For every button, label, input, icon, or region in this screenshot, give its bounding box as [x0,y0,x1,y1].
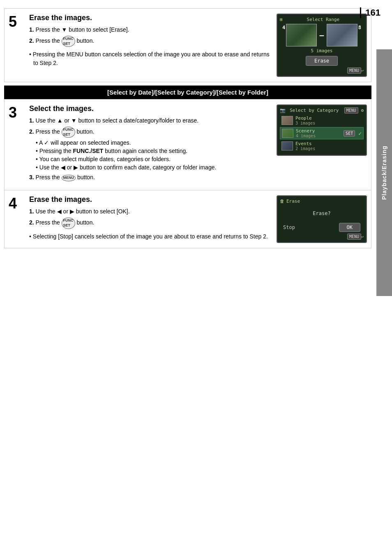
lcd-erase-button: Erase [306,56,338,66]
section-5-note: • Pressing the MENU button cancels selec… [29,50,272,67]
section-5-row: Erase the images. 1. Press the ▼ button … [29,14,367,77]
img-num-left: 4 [282,25,285,30]
cat-row-events: Events 2 images [280,140,364,152]
arrow-left-icon: ◀ [61,164,65,171]
select-range-header-text: Select Range [307,17,339,22]
cat-header-menu: MENU ⚙ [343,108,364,113]
section-4-step1: 1. Use the ◀ or ▶ button to select [OK]. [29,207,272,216]
section-4-step2: 2. Press the FUNCSET button. [29,217,272,229]
cat-gear-icon: ⚙ [361,108,364,113]
erase-confirm-buttons: Stop OK [280,223,364,232]
erase-confirm-header: 🗑 Erase [280,199,364,204]
arrow-down-icon2: ▼ [71,117,77,124]
section-4-title: Erase the images. [29,195,272,204]
section-3-body: Select the images. 1. Use the ▲ or ▼ but… [29,104,367,185]
section-3-bullet3: • You can select multiple dates, categor… [36,156,272,162]
arrow-up-icon: ▲ [57,117,63,124]
img-num-right: 8 [358,25,361,30]
menu-button-icon: MENU [62,175,76,181]
set-badge: SET [344,130,355,137]
erase-confirm-menu-bar: MENU ↩ [280,234,364,240]
step2-suffix: button. [77,37,95,44]
menu-back-icon: ↩ [361,68,364,73]
section-3-steps: 1. Use the ▲ or ▼ button to select a dat… [29,116,272,182]
section-5-container: 5 Erase the images. 1. Press the ▼ butto… [4,8,371,82]
section-3-bullet2: • Pressing the FUNC./SET button again ca… [36,148,272,154]
select-range-header: ⊞ Select Range [280,17,364,22]
section-4-note1: • Selecting [Stop] cancels selection of … [29,232,272,241]
cat-count-people: 3 images [295,121,362,125]
arrow-down-icon: ▼ [62,26,67,33]
section-5-body: Erase the images. 1. Press the ▼ button … [29,14,367,77]
sidebar-label: Playback/Erasing [376,49,392,296]
section-3-number: 3 [9,104,25,185]
section-4-container: 4 Erase the images. 1. Use the ◀ or ▶ bu… [4,190,371,248]
menu-tag: MENU [347,67,361,74]
cat-info-people: People 3 images [295,116,362,125]
section-3-title: Select the images. [29,104,272,113]
section-3-step1: 1. Use the ▲ or ▼ button to select a dat… [29,116,272,125]
erase-menu-tag: MENU [347,234,361,240]
erase-ok-button: OK [339,223,360,232]
section-3-text: Select the images. 1. Use the ▲ or ▼ but… [29,104,272,185]
section-5-text: Erase the images. 1. Press the ▼ button … [29,14,272,69]
section-3-container: 3 Select the images. 1. Use the ▲ or ▼ b… [4,99,371,190]
lcd-dash: – [318,31,325,39]
func-set-button-icon3: FUNCSET [62,217,75,229]
cat-info-scenery: Scenery 4 images [296,128,341,138]
cat-thumb-scenery [282,129,293,138]
lcd-menu-bar: MENU ↩ [280,67,364,74]
page-number: 161 [360,7,380,18]
cat-menu-tag: MENU [344,107,358,113]
cat-row-people: People 3 images [280,115,364,126]
section-4-number: 4 [9,195,25,243]
section-3-step2: 2. Press the FUNCSET button. [29,127,272,138]
cat-header-icon: 📷 [280,108,286,113]
erase-confirm-icon: 🗑 [280,199,284,204]
cat-check-icon: ✓ [358,130,362,137]
func-set-button-icon2: FUNCSET [62,127,75,138]
section-5-steps: 1. Press the ▼ button to select [Erase].… [29,25,272,47]
erase-stop-button: Stop [283,224,295,230]
section-3-bullet1: • A ✓ will appear on selected images. [36,139,272,146]
erase-confirm-screen: 🗑 Erase Erase? Stop OK MENU ↩ [277,195,367,243]
select-section-container: [Select by Date]/[Select by Category]/[S… [4,86,371,248]
cat-header-text: Select by Category [290,108,339,113]
section-5-number: 5 [9,14,25,77]
arrow-left-icon2: ◀ [57,208,62,215]
section-3-step3: 3. Press the MENU button. [29,173,272,182]
erase-confirm-title: Erase [286,199,300,204]
section-4-body: Erase the images. 1. Use the ◀ or ▶ butt… [29,195,367,243]
cat-thumb-people [281,116,293,125]
section-4-note: • Selecting [Stop] cancels selection of … [29,232,272,241]
arrow-right-icon2: ▶ [70,208,74,215]
section-3-bullet4: • Use the ◀ or ▶ button to confirm each … [36,164,272,171]
cat-row-scenery: Scenery 4 images SET ✓ [280,127,364,139]
checkmark-icon: ✓ [44,139,49,146]
erase-confirm-question: Erase? [280,211,364,216]
section-4-text: Erase the images. 1. Use the ◀ or ▶ butt… [29,195,272,242]
select-range-screen: ⊞ Select Range 4 – 8 5 images Erase M [277,14,367,77]
cat-thumb-events [281,141,293,150]
section-5-title: Erase the images. [29,14,272,22]
section-5-note1: • Pressing the MENU button cancels selec… [29,50,272,67]
section-5-step1: 1. Press the ▼ button to select [Erase]. [29,25,272,34]
cat-name-people: People [295,116,362,121]
lcd-photo-left [286,24,317,46]
cat-info-events: Events 2 images [295,141,362,151]
step1-label: 1. Press the ▼ button to select [Erase]. [29,26,129,33]
section-5-step2: 2. Press the FUNCSET button. [29,36,272,47]
main-content: 5 Erase the images. 1. Press the ▼ butto… [4,4,371,248]
cat-name-events: Events [295,141,362,146]
lcd-photo-right [327,24,357,46]
section-4-row: Erase the images. 1. Use the ◀ or ▶ butt… [29,195,367,243]
cat-name-scenery: Scenery [296,128,341,134]
cat-count-events: 2 images [295,146,362,151]
cat-count-scenery: 4 images [296,134,341,138]
arrow-right-icon: ▶ [74,164,78,171]
sidebar-label-text: Playback/Erasing [381,146,387,200]
cat-header: 📷 Select by Category MENU ⚙ [280,108,364,113]
section-3-row: Select the images. 1. Use the ▲ or ▼ but… [29,104,367,185]
lcd-images-label: 5 images [280,48,364,53]
select-category-screen: 📷 Select by Category MENU ⚙ People [277,104,367,156]
